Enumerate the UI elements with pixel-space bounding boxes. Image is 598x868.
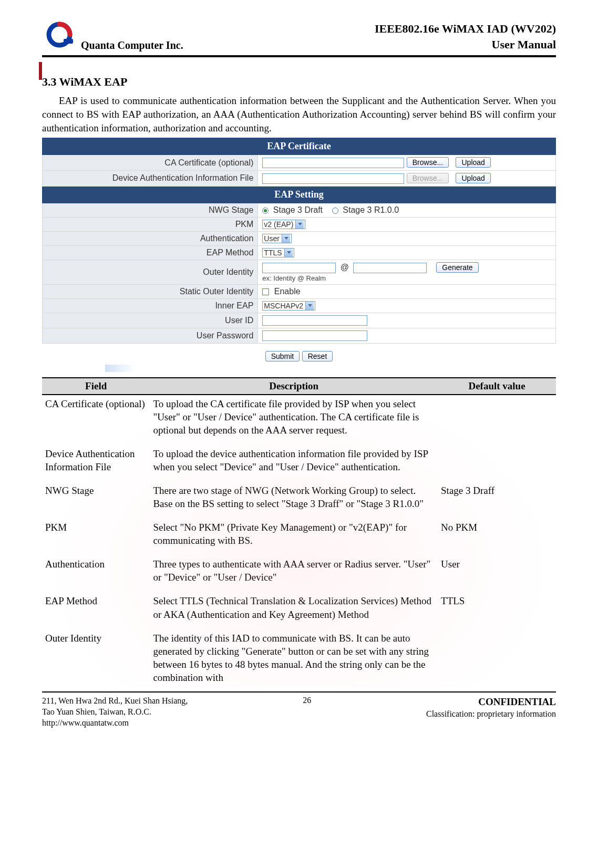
footer-url: http://www.quantatw.com xyxy=(42,718,188,729)
pkm-select-value: v2 (EAP) xyxy=(264,220,293,229)
default-cell xyxy=(438,629,556,686)
desc-cell: Select "No PKM" (Private Key Management)… xyxy=(150,519,438,555)
default-cell: No PKM xyxy=(438,519,556,555)
eap-cert-header: EAP Certificate xyxy=(43,138,556,155)
table-row: Authentication User xyxy=(43,231,556,245)
table-row: User Password xyxy=(43,328,556,343)
table-row: Outer Identity The identity of this IAD … xyxy=(42,629,556,686)
table-row: CA Certificate (optional) Browse... Uplo… xyxy=(43,155,556,171)
auth-select-value: User xyxy=(264,234,280,243)
table-row: Device Authentication Information File B… xyxy=(43,171,556,187)
table-row: Authentication Three types to authentica… xyxy=(42,555,556,592)
outer-identity-label: Outer Identity xyxy=(43,260,258,284)
eap-method-select[interactable]: TTLS xyxy=(262,248,294,257)
field-cell: PKM xyxy=(42,519,150,555)
checkbox-icon[interactable] xyxy=(262,288,269,295)
quanta-logo xyxy=(42,21,77,51)
desc-cell: The identity of this IAD to communicate … xyxy=(150,629,438,686)
col-default: Default value xyxy=(438,378,556,395)
field-cell: Outer Identity xyxy=(42,629,150,686)
nwg-stage-label: NWG Stage xyxy=(43,203,258,217)
footer-addr2: Tao Yuan Shien, Taiwan, R.O.C. xyxy=(42,707,188,718)
ca-cert-path-input[interactable] xyxy=(262,158,404,168)
browse-button[interactable]: Browse... xyxy=(407,157,449,168)
device-auth-path-input[interactable] xyxy=(262,173,404,184)
inner-eap-select[interactable]: MSCHAPv2 xyxy=(262,301,315,311)
auth-select[interactable]: User xyxy=(262,234,292,243)
footer-addr1: 211, Wen Hwa 2nd Rd., Kuei Shan Hsiang, xyxy=(42,696,188,707)
desc-cell: There are two stage of NWG (Network Work… xyxy=(150,482,438,519)
table-row: NWG Stage Stage 3 Draft Stage 3 R1.0.0 xyxy=(43,203,556,217)
chevron-down-icon xyxy=(295,220,304,229)
static-outer-label: Static Outer Identity xyxy=(43,284,258,298)
upload-button[interactable]: Upload xyxy=(456,157,490,168)
generate-button[interactable]: Generate xyxy=(436,262,478,273)
footer-classification: CONFIDENTIAL Classification: proprietary… xyxy=(426,696,556,728)
outer-identity-input[interactable] xyxy=(262,263,336,273)
inner-eap-label: Inner EAP xyxy=(43,298,258,313)
table-row: NWG Stage There are two stage of NWG (Ne… xyxy=(42,482,556,519)
field-cell: Device Authentication Information File xyxy=(42,445,150,482)
default-cell: Stage 3 Draff xyxy=(438,482,556,519)
ca-cert-label: CA Certificate (optional) xyxy=(43,155,258,171)
user-id-input[interactable] xyxy=(262,315,367,326)
default-cell: TTLS xyxy=(438,592,556,629)
reset-button[interactable]: Reset xyxy=(302,351,333,361)
nwg-opt2[interactable]: Stage 3 R1.0.0 xyxy=(343,205,399,214)
desc-cell: Select TTLS (Technical Translation & Loc… xyxy=(150,592,438,629)
red-side-accent xyxy=(39,62,42,80)
desc-cell: To upload the CA certificate file provid… xyxy=(150,395,438,445)
device-auth-file-label: Device Authentication Information File xyxy=(43,171,258,187)
page-number: 26 xyxy=(303,696,311,705)
doc-title-line1: IEEE802.16e WiMAX IAD (WV202) xyxy=(375,21,556,37)
col-field: Field xyxy=(42,378,150,395)
page-footer: 211, Wen Hwa 2nd Rd., Kuei Shan Hsiang, … xyxy=(42,691,556,728)
default-cell xyxy=(438,395,556,445)
submit-row: Submit Reset xyxy=(42,351,556,372)
brand-block: Quanta Computer Inc. xyxy=(42,21,183,51)
field-cell: Authentication xyxy=(42,555,150,592)
user-id-label: User ID xyxy=(43,313,258,328)
upload-button[interactable]: Upload xyxy=(456,173,490,183)
table-row: Static Outer Identity Enable xyxy=(43,284,556,298)
pkm-select[interactable]: v2 (EAP) xyxy=(262,220,305,229)
chevron-down-icon xyxy=(282,234,290,243)
user-password-input[interactable] xyxy=(262,330,367,341)
static-enable-text[interactable]: Enable xyxy=(274,287,301,296)
inner-eap-value: MSCHAPv2 xyxy=(264,302,303,310)
section-intro: EAP is used to communicate authenticatio… xyxy=(42,94,556,135)
user-password-label: User Password xyxy=(43,328,258,343)
outer-identity-hint: ex: Identity @ Realm xyxy=(262,274,551,282)
svg-rect-0 xyxy=(64,39,73,44)
table-row: CA Certificate (optional) To upload the … xyxy=(42,395,556,445)
desc-cell: Three types to authenticate with AAA ser… xyxy=(150,555,438,592)
table-row: Inner EAP MSCHAPv2 xyxy=(43,298,556,313)
outer-realm-input[interactable] xyxy=(353,263,427,273)
default-cell: User xyxy=(438,555,556,592)
field-cell: NWG Stage xyxy=(42,482,150,519)
radio-icon[interactable] xyxy=(262,208,269,214)
submit-button[interactable]: Submit xyxy=(265,351,300,361)
confidential-label: CONFIDENTIAL xyxy=(426,696,556,709)
table-row: EAP Method Select TTLS (Technical Transl… xyxy=(42,592,556,629)
at-sign: @ xyxy=(338,263,351,272)
table-row: Device Authentication Information File T… xyxy=(42,445,556,482)
auth-label: Authentication xyxy=(43,231,258,245)
eap-method-label: EAP Method xyxy=(43,245,258,260)
default-cell xyxy=(438,445,556,482)
pkm-label: PKM xyxy=(43,217,258,231)
page-header: Quanta Computer Inc. IEEE802.16e WiMAX I… xyxy=(42,21,556,57)
eap-setting-header: EAP Setting xyxy=(43,186,556,203)
table-row: PKM Select "No PKM" (Private Key Managem… xyxy=(42,519,556,555)
radio-icon[interactable] xyxy=(332,208,338,214)
table-row: User ID xyxy=(43,313,556,328)
eap-certificate-table: EAP Certificate CA Certificate (optional… xyxy=(42,138,556,343)
nwg-opt1[interactable]: Stage 3 Draft xyxy=(273,205,323,214)
browse-button: Browse... xyxy=(407,173,449,183)
chevron-down-icon xyxy=(305,302,314,310)
col-description: Description xyxy=(150,378,438,395)
table-row: EAP Method TTLS xyxy=(43,245,556,260)
eap-method-value: TTLS xyxy=(264,249,282,257)
decorative-fade xyxy=(105,365,135,372)
chevron-down-icon xyxy=(284,249,293,257)
